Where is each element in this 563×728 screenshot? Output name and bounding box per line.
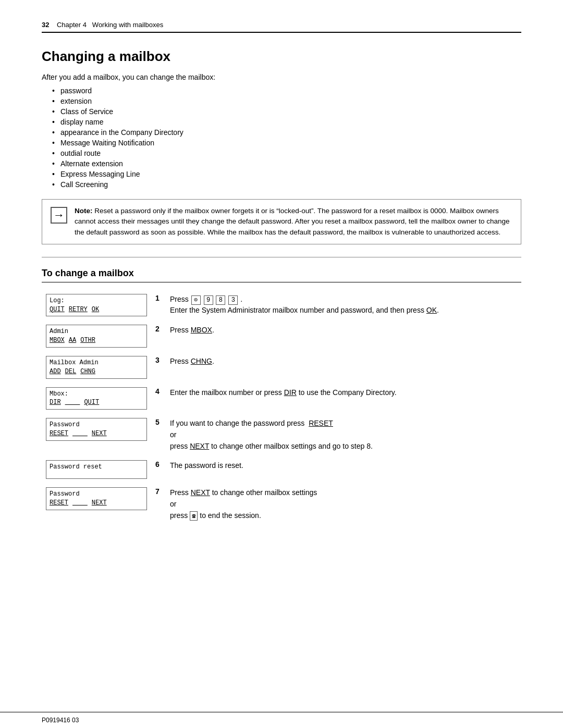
step-number-4: 4 bbox=[151, 384, 166, 415]
step-number-1: 1 bbox=[151, 291, 166, 322]
step-desc-5: If you want to change the password press… bbox=[166, 415, 521, 457]
ok-key: OK bbox=[426, 306, 437, 314]
note-text: Reset a password only if the mailbox own… bbox=[75, 207, 509, 236]
table-row: Admin MBOX AA OTHR 2 Press MBOX. bbox=[42, 322, 521, 353]
step-desc-7: Press NEXT to change other mailbox setti… bbox=[166, 484, 521, 526]
screen-top-5: Password bbox=[50, 421, 143, 429]
step-number-3: 3 bbox=[151, 353, 166, 384]
note-arrow-icon: → bbox=[51, 207, 67, 224]
screen-cell-2: Admin MBOX AA OTHR bbox=[42, 322, 151, 353]
screen-btn: RETRY bbox=[69, 305, 88, 314]
screen-btns-4: DIR QUIT bbox=[50, 398, 143, 407]
screen-cell-1: Log: QUIT RETRY OK bbox=[42, 291, 151, 322]
bullet-list: password extension Class of Service disp… bbox=[52, 87, 521, 189]
key-icon: 8 bbox=[216, 295, 225, 305]
screen-btn: OK bbox=[92, 305, 99, 314]
screen-btns-1: QUIT RETRY OK bbox=[50, 305, 143, 314]
screen-btn: DEL bbox=[65, 367, 77, 376]
list-item: Call Screening bbox=[52, 180, 521, 189]
screen-cell-7: Password RESET NEXT bbox=[42, 484, 151, 526]
screen-cell-4: Mbox: DIR QUIT bbox=[42, 384, 151, 415]
dir-key: DIR bbox=[284, 388, 297, 397]
note-content: Note: Reset a password only if the mailb… bbox=[75, 206, 512, 238]
screen-top-3: Mailbox Admin bbox=[50, 359, 143, 367]
step-desc-1: Press ⊙ 9 8 3 . Enter the System Adminis… bbox=[166, 291, 521, 322]
step-desc-4: Enter the mailbox number or press DIR to… bbox=[166, 384, 521, 415]
screen-btn: MBOX bbox=[50, 336, 65, 345]
mbox-key: MBOX bbox=[191, 326, 212, 334]
step-number-7: 7 bbox=[151, 484, 166, 526]
list-item: Alternate extension bbox=[52, 159, 521, 168]
list-item: display name bbox=[52, 118, 521, 126]
key-icon: ⊙ bbox=[191, 295, 201, 305]
screen-top-1: Log: bbox=[50, 297, 143, 305]
screen-cell-5: Password RESET NEXT bbox=[42, 415, 151, 457]
screen-cell-3: Mailbox Admin ADD DEL CHNG bbox=[42, 353, 151, 384]
screen-btn: QUIT bbox=[84, 398, 99, 407]
step-number-5: 5 bbox=[151, 415, 166, 457]
list-item: appearance in the Company Directory bbox=[52, 128, 521, 137]
section-divider bbox=[42, 257, 521, 257]
step-number-2: 2 bbox=[151, 322, 166, 353]
reset-key: RESET bbox=[309, 419, 333, 427]
screen-btns-3: ADD DEL CHNG bbox=[50, 367, 143, 376]
screen-display-3: Mailbox Admin ADD DEL CHNG bbox=[46, 356, 147, 379]
header-text: 32 Chapter 4 Working with mailboxes bbox=[42, 21, 163, 29]
screen-top-4: Mbox: bbox=[50, 390, 143, 399]
table-row: Password reset 6 The password is reset. bbox=[42, 457, 521, 484]
page-title: Changing a mailbox bbox=[42, 48, 521, 65]
screen-display-5: Password RESET NEXT bbox=[46, 418, 147, 441]
screen-btns-2: MBOX AA OTHR bbox=[50, 336, 143, 345]
screen-btn: RESET bbox=[50, 499, 68, 508]
screen-btns-7: RESET NEXT bbox=[50, 499, 143, 508]
screen-btn bbox=[72, 499, 88, 508]
screen-display-4: Mbox: DIR QUIT bbox=[46, 387, 147, 410]
screen-cell-6: Password reset bbox=[42, 457, 151, 484]
screen-btn: NEXT bbox=[92, 499, 107, 508]
screen-display-2: Admin MBOX AA OTHR bbox=[46, 325, 147, 348]
step-desc-6: The password is reset. bbox=[166, 457, 521, 484]
step-desc-2: Press MBOX. bbox=[166, 322, 521, 353]
page-container: 32 Chapter 4 Working with mailboxes Chan… bbox=[0, 0, 563, 558]
table-row: Mbox: DIR QUIT 4 Enter the mailbox numbe… bbox=[42, 384, 521, 415]
note-label: Note: bbox=[75, 207, 93, 215]
page-footer: P0919416 03 bbox=[0, 712, 563, 728]
next-key: NEXT bbox=[190, 442, 209, 450]
step-desc-3: Press CHNG. bbox=[166, 353, 521, 384]
list-item: extension bbox=[52, 97, 521, 105]
screen-top-7: Password bbox=[50, 490, 143, 499]
page-header: 32 Chapter 4 Working with mailboxes bbox=[42, 21, 521, 33]
list-item: Express Messaging Line bbox=[52, 170, 521, 178]
table-row: Log: QUIT RETRY OK 1 Press ⊙ 9 8 3 bbox=[42, 291, 521, 322]
list-item: password bbox=[52, 87, 521, 95]
step-number-6: 6 bbox=[151, 457, 166, 484]
screen-btn: NEXT bbox=[92, 429, 107, 438]
key-icon: 3 bbox=[228, 295, 238, 305]
screen-display-7: Password RESET NEXT bbox=[46, 487, 147, 510]
next-key-2: NEXT bbox=[191, 488, 210, 497]
note-box: → Note: Reset a password only if the mai… bbox=[42, 199, 521, 244]
chng-key: CHNG bbox=[191, 357, 212, 365]
screen-btn: CHNG bbox=[80, 367, 95, 376]
screen-btn bbox=[72, 429, 88, 438]
screen-top-6: Password reset bbox=[50, 463, 143, 472]
telephone-icon: ☎ bbox=[190, 511, 198, 521]
screen-top-2: Admin bbox=[50, 327, 143, 336]
screen-btn: QUIT bbox=[50, 305, 65, 314]
list-item: Class of Service bbox=[52, 107, 521, 116]
part-number: P0919416 03 bbox=[42, 717, 79, 724]
intro-text: After you add a mailbox, you can change … bbox=[42, 73, 521, 81]
table-row: Password RESET NEXT 5 If you want to cha… bbox=[42, 415, 521, 457]
screen-btn: DIR bbox=[50, 398, 61, 407]
list-item: Message Waiting Notification bbox=[52, 139, 521, 147]
screen-btn: OTHR bbox=[80, 336, 95, 345]
table-row: Password RESET NEXT 7 Press NEXT to chan… bbox=[42, 484, 521, 526]
screen-btns-5: RESET NEXT bbox=[50, 429, 143, 438]
table-row: Mailbox Admin ADD DEL CHNG 3 Press CHNG. bbox=[42, 353, 521, 384]
screen-btn bbox=[65, 398, 80, 407]
section-title: To change a mailbox bbox=[42, 268, 521, 282]
screen-btn: AA bbox=[69, 336, 76, 345]
list-item: outdial route bbox=[52, 149, 521, 157]
steps-table: Log: QUIT RETRY OK 1 Press ⊙ 9 8 3 bbox=[42, 291, 521, 527]
screen-display-1: Log: QUIT RETRY OK bbox=[46, 294, 147, 317]
